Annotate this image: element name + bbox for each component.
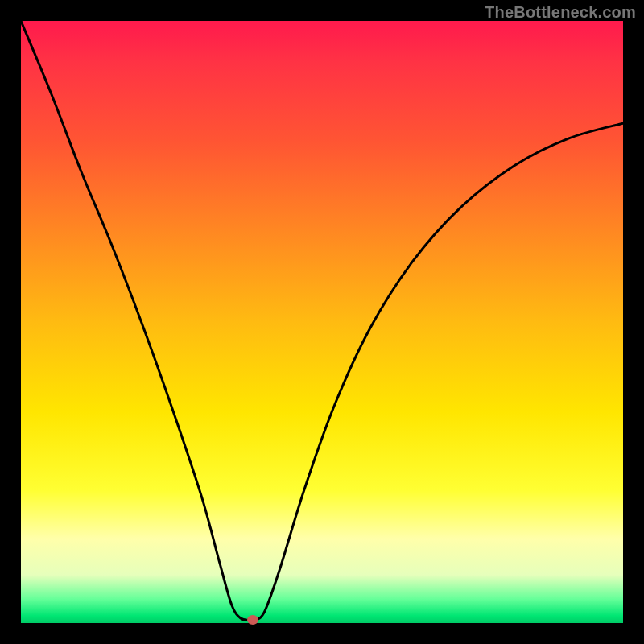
optimum-marker [247, 615, 258, 625]
chart-frame: TheBottleneck.com [0, 0, 644, 644]
bottleneck-curve [21, 21, 623, 623]
watermark-text: TheBottleneck.com [485, 3, 636, 22]
